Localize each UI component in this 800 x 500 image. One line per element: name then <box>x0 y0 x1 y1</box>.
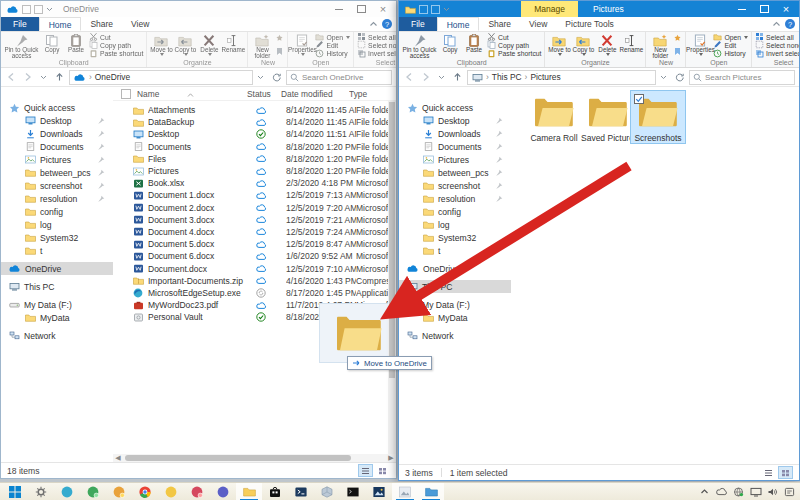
sidebar-item-between-pcs[interactable]: between_pcs <box>1 166 113 179</box>
file-row[interactable]: MicrosoftEdgeSetup.exe8/17/2020 1:45 PMA… <box>113 287 388 299</box>
sidebar-item-downloads[interactable]: Downloads <box>399 127 511 140</box>
new-item-icon-button[interactable] <box>673 35 682 43</box>
sidebar-item-config[interactable]: config <box>1 205 113 218</box>
qat-button[interactable] <box>34 5 43 14</box>
tab-file[interactable]: File <box>1 17 39 31</box>
select-all-checkbox[interactable] <box>121 89 131 99</box>
forward-button[interactable] <box>419 70 432 84</box>
refresh-button[interactable] <box>270 70 283 84</box>
edge-dev-icon[interactable] <box>80 483 106 500</box>
help-button[interactable]: ? <box>382 19 392 29</box>
dragged-folder[interactable] <box>319 303 396 363</box>
sidebar-item-documents[interactable]: Documents <box>1 140 113 153</box>
copy-button[interactable]: Copy <box>438 33 462 58</box>
sidebar-item-mydata[interactable]: MyData <box>399 311 511 324</box>
terminal-icon[interactable] <box>340 483 366 500</box>
tray-chevron-icon[interactable] <box>696 483 713 500</box>
invert-selection-button[interactable]: Invert selection <box>755 50 799 58</box>
maximize-button[interactable] <box>753 1 775 17</box>
sidebar-item-t[interactable]: t <box>1 244 113 257</box>
sidebar-item-mydata[interactable]: MyData <box>1 311 113 324</box>
file-row[interactable]: Important-Documents.zip4/16/2020 1:43 PM… <box>113 275 388 287</box>
history-button[interactable]: History <box>315 50 350 58</box>
breadcrumb[interactable]: ›OneDrive <box>69 70 253 85</box>
scrollbar-thumb[interactable] <box>125 455 351 461</box>
vertical-scrollbar[interactable] <box>388 100 396 454</box>
history-button[interactable]: History <box>713 50 748 58</box>
sidebar-item-onedrive[interactable]: OneDrive <box>399 262 511 275</box>
quick-access-toolbar[interactable] <box>3 5 57 14</box>
new-item-icon-button[interactable] <box>275 35 284 43</box>
file-row[interactable]: Document 6.docx1/6/2020 9:52 AMMicrosoft… <box>113 250 388 262</box>
thumbnails-view-button[interactable] <box>778 466 793 479</box>
network-tray-icon[interactable] <box>730 483 747 500</box>
tab-view[interactable]: View <box>122 17 158 31</box>
file-row[interactable]: Document 3.docx12/5/2019 7:21 AMMicrosof… <box>113 214 388 226</box>
qat-button[interactable] <box>22 5 31 14</box>
onedrive-tray-icon[interactable] <box>713 483 730 500</box>
sidebar-item-documents[interactable]: Documents <box>399 140 511 153</box>
close-button[interactable]: × <box>372 1 394 17</box>
paste-button[interactable]: Paste <box>64 33 88 58</box>
paste-shortcut-button[interactable]: Paste shortcut <box>487 50 541 58</box>
sidebar-item-desktop[interactable]: Desktop <box>399 114 511 127</box>
back-button[interactable] <box>403 70 416 84</box>
sidebar-item-resolution[interactable]: resolution <box>1 192 113 205</box>
volume-tray-icon[interactable] <box>764 483 781 500</box>
file-row[interactable]: Documents8/18/2020 1:20 PMFile folder <box>113 141 388 153</box>
onedrive-app-icon[interactable] <box>418 483 444 500</box>
column-header-type[interactable]: Type <box>349 89 396 99</box>
sidebar-item-system32[interactable]: System32 <box>1 231 113 244</box>
new-folder-button[interactable]: New folder <box>648 33 672 58</box>
column-header-date[interactable]: Date modified <box>281 89 349 99</box>
breadcrumb-segment[interactable]: Pictures <box>530 72 560 82</box>
copy-button[interactable]: Copy <box>40 33 64 58</box>
sidebar-item-network[interactable]: Network <box>1 329 113 342</box>
explorer-window-onedrive[interactable]: OneDrive × FileHomeShareView? Pin to Qui… <box>0 0 397 479</box>
breadcrumb[interactable]: ›This PC›Pictures <box>467 70 656 85</box>
file-row[interactable]: Document 4.docx12/5/2019 7:24 AMMicrosof… <box>113 226 388 238</box>
easy-access-icon-button[interactable] <box>673 48 682 56</box>
powershell-icon[interactable] <box>288 483 314 500</box>
tab-view[interactable]: View <box>520 17 556 31</box>
sidebar-item-my-data-f-[interactable]: My Data (F:) <box>1 298 113 311</box>
file-explorer-icon[interactable] <box>236 483 262 500</box>
horizontal-scrollbar[interactable]: ◀ ▶ <box>113 454 396 462</box>
edge-beta-icon[interactable] <box>184 483 210 500</box>
qat-button[interactable] <box>419 5 428 14</box>
chrome-icon[interactable] <box>132 483 158 500</box>
photo-viewer-icon[interactable] <box>392 483 418 500</box>
sidebar-item-t[interactable]: t <box>399 244 511 257</box>
search-input[interactable]: Search Pictures <box>689 70 795 85</box>
titlebar[interactable]: OneDrive × <box>1 1 396 17</box>
sidebar-item-pictures[interactable]: Pictures <box>399 153 511 166</box>
file-row[interactable]: Document 1.docx12/5/2019 7:13 AMMicrosof… <box>113 189 388 201</box>
sidebar-item-system32[interactable]: System32 <box>399 231 511 244</box>
search-input[interactable]: Search OneDrive <box>286 70 392 85</box>
sidebar-item-network[interactable]: Network <box>399 329 511 342</box>
selected-checkbox[interactable] <box>634 94 644 104</box>
copy-to-button[interactable]: Copy to <box>173 33 197 58</box>
tab-share[interactable]: Share <box>81 17 122 31</box>
action-center-icon[interactable] <box>781 483 798 500</box>
tab-file[interactable]: File <box>399 17 437 31</box>
tab-home[interactable]: Home <box>437 17 480 31</box>
properties-button[interactable]: Properties <box>290 33 314 58</box>
microsoft-store-icon[interactable] <box>262 483 288 500</box>
file-row[interactable]: Attachments8/14/2020 11:45 AMFile folder <box>113 104 388 116</box>
tab-home[interactable]: Home <box>39 17 82 31</box>
file-row[interactable]: Desktop8/14/2020 11:51 AMFile folder <box>113 128 388 140</box>
sidebar-item-downloads[interactable]: Downloads <box>1 127 113 140</box>
paint3d-icon[interactable] <box>314 483 340 500</box>
sidebar-item-pictures[interactable]: Pictures <box>1 153 113 166</box>
rename-button[interactable]: Rename <box>221 33 245 58</box>
paste-shortcut-button[interactable]: Paste shortcut <box>89 50 143 58</box>
sidebar-item-screenshot[interactable]: screenshot <box>399 179 511 192</box>
up-button[interactable] <box>53 70 66 84</box>
sidebar-item-log[interactable]: log <box>399 218 511 231</box>
easy-access-icon-button[interactable] <box>275 48 284 56</box>
sidebar-item-screenshot[interactable]: screenshot <box>1 179 113 192</box>
sidebar-item-this-pc[interactable]: This PC <box>399 280 511 293</box>
properties-button[interactable]: Properties <box>688 33 712 58</box>
details-view-button[interactable] <box>761 466 776 479</box>
